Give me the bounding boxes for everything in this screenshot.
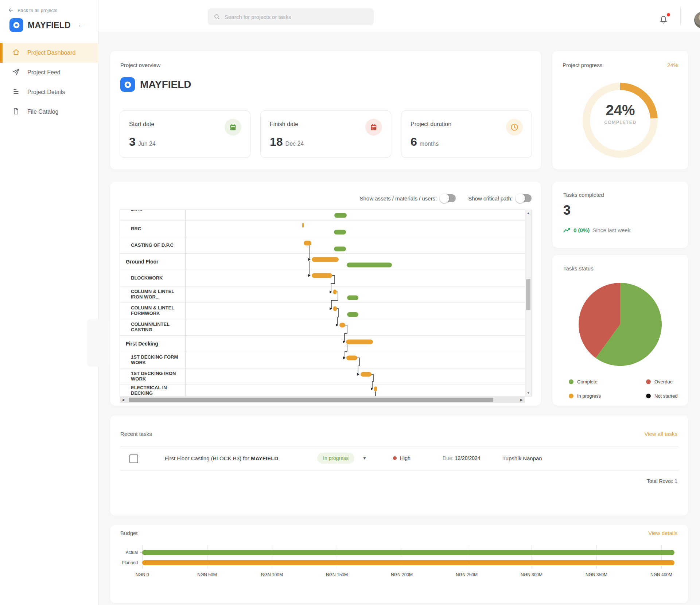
gantt-vertical-scrollbar[interactable]: ▲ ▼ [525,210,532,397]
gantt-dependency-line [345,325,347,342]
gantt-row-label: Ground Floor [120,254,186,270]
status-dropdown-icon[interactable]: ▼ [362,456,367,461]
task-checkbox[interactable] [129,454,138,463]
gantt-bar-complete[interactable] [347,263,392,268]
stat-label: Project duration [411,121,451,128]
stat-unit: Jun 24 [138,141,156,147]
stat-label: Start date [129,121,154,128]
tasks-completed-label: Tasks completed [563,192,604,198]
sidebar-resize-handle[interactable] [87,319,110,367]
scroll-down-icon[interactable]: ▼ [525,391,531,395]
legend-dot [569,394,573,398]
app-root: Back to all projects MAYFIELD ← Project … [0,0,700,605]
scroll-right-icon[interactable]: ▶ [520,398,523,402]
gantt-dependency-line [331,276,335,292]
tasks-completed-card: Tasks completed 3 0 (0%) Since last week [552,182,688,248]
back-to-projects-link[interactable]: Back to all projects [8,7,57,13]
gantt-row-label: CASTING OF D.P.C [120,237,186,253]
task-title: First Floor Casting (BLOCK B3) for MAYFI… [165,455,278,461]
gantt-row-label: COLUMN & LINTEL IRON WOR... [120,286,186,302]
gantt-dependency-line [337,309,339,325]
toggle-group-1: Show critical path: [468,194,532,202]
overview-title-row: MAYFIELD [120,77,191,92]
budget-card: Budget View details NGN 0NGN 50MNGN 100M… [110,525,688,603]
gantt-bar-complete[interactable] [347,296,358,300]
overview-section-label: Project overview [120,62,160,68]
gantt-row-label: D.P... [120,210,186,220]
legend-item-in-progress: In progress [569,393,601,399]
vertical-scroll-thumb[interactable] [526,279,530,310]
gantt-row-label: COLUMN & LINTEL FORMWORK [120,303,186,319]
toggle-label: Show assets / materials / users: [360,195,437,202]
legend-label: Not started [654,393,678,399]
stat-unit: months [420,141,439,147]
critical-path-toggle[interactable] [516,194,532,202]
sidebar-item-file-catalog[interactable]: File Catalog [0,102,98,122]
search-input[interactable] [224,13,364,20]
gantt-bar-complete[interactable] [334,213,347,218]
toggle-knob [516,194,525,203]
gantt-horizontal-scrollbar[interactable]: ◀ ▶ [120,397,525,403]
gantt-bar-in_progress[interactable] [361,372,372,377]
sidebar-item-project-dashboard[interactable]: Project Dashboard [0,43,98,63]
budget-row-label: Actual [110,550,138,555]
priority-label: High [400,455,411,461]
budget-label: Budget [120,530,138,536]
gantt-bar-in_progress[interactable] [333,290,337,294]
recent-tasks-label: Recent tasks [120,431,152,437]
budget-gridline [142,546,143,569]
scroll-up-icon[interactable]: ▲ [525,211,531,215]
status-badge[interactable]: In progress [317,453,354,464]
view-details-link[interactable]: View details [648,530,677,536]
sidebar-item-project-feed[interactable]: Project Feed [0,63,98,82]
gantt-bar-in_progress[interactable] [374,387,377,391]
stat-card-start-date: Start date3Jun 24 [120,110,250,158]
gantt-row-label: BLOCKWORK [120,270,186,286]
file-icon [12,107,20,117]
recent-tasks-card: Recent tasks View all tasks First Floor … [110,415,688,516]
budget-axis-tick: NGN 150M [320,572,353,577]
tasks-status-label: Tasks status [563,265,594,272]
sidebar-item-label: Project Feed [27,69,61,76]
legend-label: Complete [577,379,598,385]
scroll-left-icon[interactable]: ◀ [122,398,124,402]
gantt-bar-in_progress[interactable] [312,273,332,278]
gantt-toggles: Show assets / materials / users:Show cri… [360,194,532,202]
sidebar-collapse-icon[interactable]: ← [78,22,84,28]
view-all-tasks-link[interactable]: View all tasks [644,431,677,437]
gantt-bar-in_progress[interactable] [346,340,373,344]
tasks-completed-value: 3 [563,203,571,218]
budget-bar-planned [142,560,674,565]
gantt-bar-in_progress[interactable] [304,241,311,246]
calendar-icon [365,119,382,136]
total-rows-label: Total Rows: 1 [647,478,677,484]
gantt-bar-in_progress[interactable] [312,257,339,262]
stat-card-project-duration: Project duration6months [401,110,532,158]
gantt-bar-complete[interactable] [334,247,346,251]
gantt-row-label: BRC [120,221,186,237]
back-label: Back to all projects [18,8,57,13]
sidebar-item-project-details[interactable]: Project Details [0,82,98,102]
sidebar-logo-row: MAYFIELD ← [9,18,84,32]
gantt-bar-complete[interactable] [334,230,346,235]
topbar: Tupshik Nanpan nanpantupshik@gmail.... [98,0,700,32]
budget-axis-tick: NGN 100M [256,572,288,577]
gantt-bar-in_progress[interactable] [339,323,345,328]
avatar[interactable] [694,12,700,28]
notifications-bell-icon[interactable] [659,15,670,26]
toggle-group-0: Show assets / materials / users: [360,194,456,202]
tasks-completed-trend: 0 (0%) Since last week [563,227,630,233]
due-label: Due: [443,455,454,461]
search-box[interactable] [208,8,374,25]
gantt-bar-in_progress[interactable] [333,307,337,311]
gantt-bar-in_progress[interactable] [302,223,304,228]
gantt-dependency-line [372,374,373,389]
horizontal-scroll-thumb[interactable] [129,398,493,402]
stat-value: 3 [129,135,136,149]
assets-toggle[interactable] [440,194,456,202]
gantt-dependency-line [331,292,338,309]
gantt-bar-in_progress[interactable] [346,356,357,360]
gantt-chart[interactable] [186,210,525,397]
progress-label: Project progress [563,62,602,68]
gantt-bar-complete[interactable] [347,312,358,317]
